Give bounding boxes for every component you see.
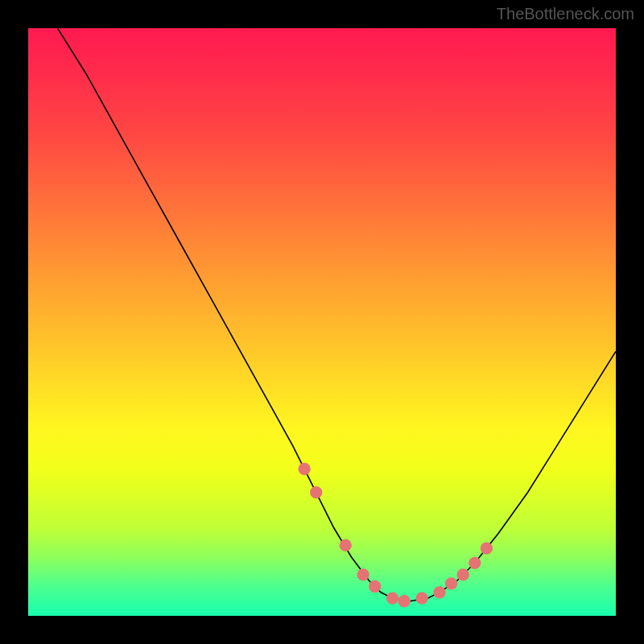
marker-dot — [386, 592, 398, 604]
watermark-text: TheBottleneck.com — [497, 5, 634, 23]
marker-dot — [457, 568, 469, 580]
marker-dot — [298, 463, 310, 475]
marker-dot — [415, 592, 427, 604]
marker-dot — [369, 580, 381, 592]
chart-svg — [28, 28, 616, 616]
marker-dot — [481, 542, 493, 554]
marker-dot — [310, 486, 322, 498]
marker-dot — [433, 586, 445, 598]
marker-group — [298, 463, 493, 608]
marker-dot — [357, 568, 369, 580]
marker-dot — [340, 539, 352, 551]
chart-plot-area — [28, 28, 616, 616]
marker-dot — [398, 595, 411, 607]
marker-dot — [469, 557, 481, 569]
marker-dot — [445, 577, 457, 589]
bottleneck-curve-path — [58, 28, 617, 601]
